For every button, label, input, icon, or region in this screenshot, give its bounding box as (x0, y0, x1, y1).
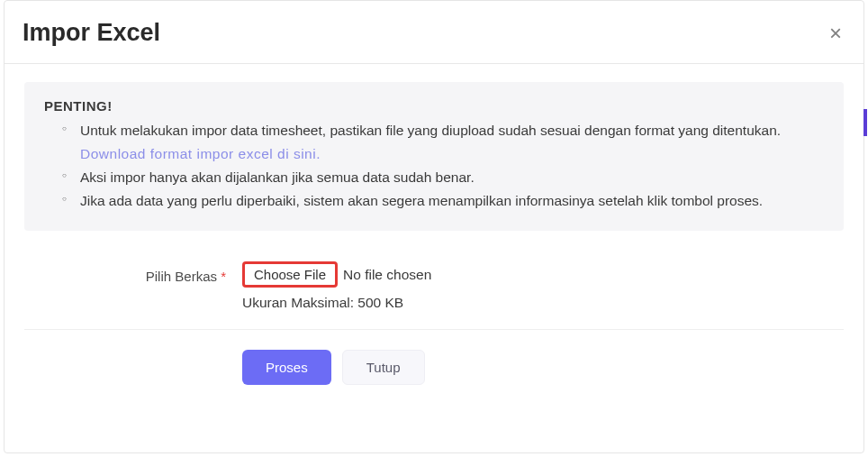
alert-item: Aksi impor hanya akan dijalankan jika se… (62, 166, 824, 189)
modal-body: PENTING! Untuk melakukan impor data time… (5, 64, 863, 403)
download-format-link[interactable]: Download format impor excel di sini. (80, 146, 321, 161)
file-input-wrapper: Choose File No file chosen (242, 261, 844, 288)
alert-list: Untuk melakukan impor data timesheet, pa… (44, 119, 824, 213)
button-row: Proses Tutup (24, 330, 844, 385)
file-status-text: No file chosen (343, 267, 431, 283)
alert-heading: PENTING! (44, 98, 824, 114)
file-label-text: Pilih Berkas (146, 269, 221, 284)
modal-header: Impor Excel × (5, 1, 863, 64)
alert-text: Jika ada data yang perlu diperbaiki, sis… (80, 193, 763, 208)
file-input-row: Pilih Berkas * Choose File No file chose… (24, 252, 844, 330)
process-button[interactable]: Proses (242, 350, 331, 385)
close-icon[interactable]: × (826, 23, 845, 44)
modal-title: Impor Excel (23, 19, 160, 47)
alert-text: Untuk melakukan impor data timesheet, pa… (80, 123, 781, 138)
right-edge-accent (863, 109, 867, 136)
alert-item: Jika ada data yang perlu diperbaiki, sis… (62, 189, 824, 213)
file-control-area: Choose File No file chosen Ukuran Maksim… (242, 261, 844, 311)
alert-item: Untuk melakukan impor data timesheet, pa… (62, 119, 824, 166)
close-button[interactable]: Tutup (342, 350, 425, 385)
required-marker: * (221, 269, 226, 284)
choose-file-button[interactable]: Choose File (242, 261, 338, 288)
file-size-hint: Ukuran Maksimal: 500 KB (242, 295, 844, 311)
alert-important: PENTING! Untuk melakukan impor data time… (24, 82, 844, 231)
file-label: Pilih Berkas * (24, 261, 242, 284)
import-excel-modal: Impor Excel × PENTING! Untuk melakukan i… (4, 0, 864, 453)
alert-text: Aksi impor hanya akan dijalankan jika se… (80, 169, 475, 185)
